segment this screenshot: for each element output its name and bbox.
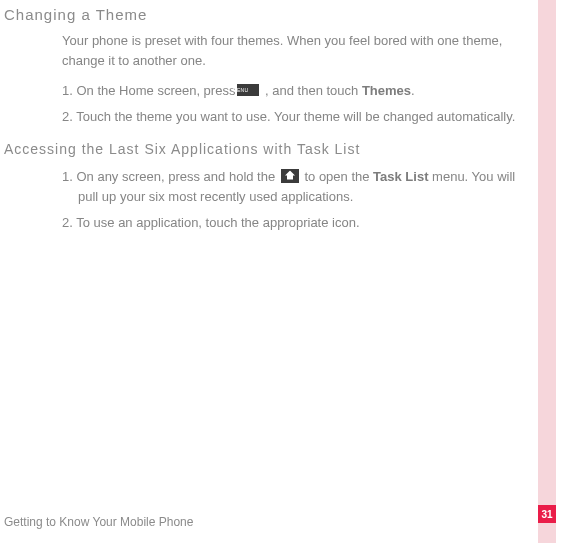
page-number: 31 bbox=[541, 509, 552, 520]
step-1-home-screen: 1. On the Home screen, press , and then … bbox=[62, 81, 518, 101]
page-number-badge: 31 bbox=[538, 505, 556, 523]
menu-icon bbox=[237, 84, 259, 96]
content-area: Changing a Theme Your phone is preset wi… bbox=[0, 0, 538, 505]
heading-task-list: Accessing the Last Six Applications with… bbox=[4, 141, 538, 157]
heading-changing-theme: Changing a Theme bbox=[4, 6, 538, 23]
step-2-touch-theme: 2. Touch the theme you want to use. Your… bbox=[62, 107, 518, 127]
themes-label: Themes bbox=[362, 83, 411, 98]
intro-paragraph: Your phone is preset with four themes. W… bbox=[62, 31, 518, 71]
step-text: 1. On any screen, press and hold the bbox=[62, 169, 279, 184]
home-icon bbox=[281, 169, 299, 183]
page: Changing a Theme Your phone is preset wi… bbox=[0, 0, 570, 543]
step-text: , and then touch bbox=[261, 83, 361, 98]
step-2-use-app: 2. To use an application, touch the appr… bbox=[62, 213, 518, 233]
side-stripe bbox=[538, 0, 556, 543]
step-1-press-hold: 1. On any screen, press and hold the to … bbox=[62, 167, 518, 207]
footer-text: Getting to Know Your Mobile Phone bbox=[4, 515, 193, 529]
task-list-label: Task List bbox=[373, 169, 428, 184]
step-text: . bbox=[411, 83, 415, 98]
step-text: to open the bbox=[301, 169, 373, 184]
step-text: 1. On the Home screen, press bbox=[62, 83, 235, 98]
